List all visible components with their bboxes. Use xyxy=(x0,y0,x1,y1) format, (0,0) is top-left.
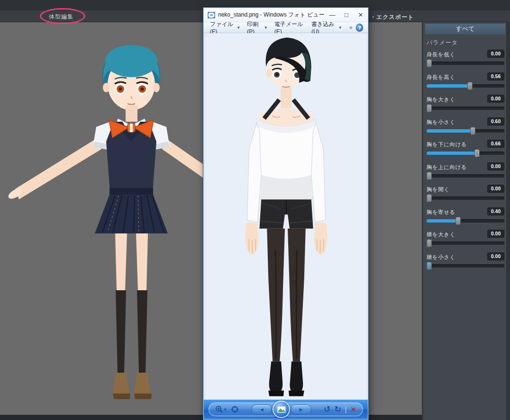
slider-label: 胸を開く xyxy=(427,186,450,193)
slider-handle[interactable] xyxy=(427,172,432,180)
parameter-slider-row: 胸を大きく 0.00 xyxy=(427,94,504,117)
slider-value[interactable]: 0.40 xyxy=(487,207,504,215)
zoom-icon[interactable] xyxy=(215,405,227,413)
slider-value[interactable]: 0.00 xyxy=(487,95,504,103)
category-tab-all[interactable]: すべて xyxy=(425,24,505,34)
previous-image-button[interactable]: ◀ xyxy=(251,404,272,414)
slider-track[interactable] xyxy=(427,241,504,245)
rotate-clockwise-button[interactable]: ↻ xyxy=(335,404,341,414)
menu-item[interactable]: 印刷(P) ▼ xyxy=(244,20,271,35)
slider-fill xyxy=(427,219,458,223)
slider-label: 胸を下に向ける xyxy=(427,141,467,148)
slider-handle[interactable] xyxy=(455,217,461,225)
slider-value[interactable]: 0.60 xyxy=(487,117,504,125)
parameter-slider-row: 身長を低く 0.00 xyxy=(427,49,504,72)
slider-fill xyxy=(427,84,470,88)
slider-label: 胸を大きく xyxy=(427,96,455,103)
photo-viewer-window[interactable]: neko_stand.png - Windows フォト ビューアー — □ ✕… xyxy=(203,7,369,420)
slider-handle[interactable] xyxy=(427,59,432,67)
slider-value[interactable]: 0.00 xyxy=(487,162,504,170)
tab-export-partial[interactable]: ・エクスポート xyxy=(370,13,414,21)
slider-value[interactable]: 0.56 xyxy=(487,72,504,80)
slider-track[interactable] xyxy=(427,107,504,110)
slider-track[interactable] xyxy=(427,219,504,223)
slider-value[interactable]: 0.00 xyxy=(487,252,504,260)
chevron-down-icon: ▼ xyxy=(237,26,240,30)
reference-photo xyxy=(205,33,367,400)
photo-viewer-toolbar: ◀ ▶ ↺ ↻ | ✕ xyxy=(204,400,368,419)
slider-track[interactable] xyxy=(427,197,504,200)
parameter-sidebar: すべて パラメータ 身長を低く 0.00 身長を高く 0.56 胸を大きく 0.… xyxy=(422,22,510,420)
slider-handle[interactable] xyxy=(427,239,432,247)
parameter-slider-row: 胸を寄せる 0.40 xyxy=(427,207,504,230)
play-slideshow-button[interactable] xyxy=(273,401,290,418)
slider-track[interactable] xyxy=(427,174,504,178)
slideshow-icon xyxy=(277,406,286,413)
menu-overflow-chevron[interactable]: » xyxy=(346,24,356,31)
menu-item-label: ファイル(F) xyxy=(210,20,235,35)
rotate-counterclockwise-button[interactable]: ↺ xyxy=(324,404,330,414)
toolbar-pill: ◀ ▶ ↺ ↻ | ✕ xyxy=(209,402,363,416)
slider-fill xyxy=(427,129,473,133)
parameter-slider-row: 胸を上に向ける 0.00 xyxy=(427,162,504,185)
chevron-down-icon: ▼ xyxy=(264,26,268,30)
parameter-slider-row: 腰を小さく 0.00 xyxy=(427,252,504,275)
slider-track[interactable] xyxy=(427,62,504,65)
parameter-slider-row: 胸を小さく 0.60 xyxy=(427,117,504,140)
delete-button[interactable]: ✕ xyxy=(350,405,356,414)
slider-track[interactable] xyxy=(427,84,504,88)
parameter-slider-row: 胸を開く 0.00 xyxy=(427,184,504,207)
slider-handle[interactable] xyxy=(467,82,473,90)
close-button[interactable]: ✕ xyxy=(354,8,368,22)
slider-handle[interactable] xyxy=(470,127,475,135)
actual-size-icon[interactable] xyxy=(231,405,239,413)
menu-item[interactable]: 書き込み(U) ▼ xyxy=(308,20,346,35)
slider-handle[interactable] xyxy=(427,104,432,112)
slider-label: 胸を上に向ける xyxy=(427,164,467,171)
menu-item-label: 電子メール(E) xyxy=(274,20,305,35)
section-title: パラメータ xyxy=(427,39,458,47)
slider-track[interactable] xyxy=(427,152,504,155)
parameter-slider-row: 身長を高く 0.56 xyxy=(427,72,504,95)
slider-label: 胸を寄せる xyxy=(427,209,455,216)
next-image-button[interactable]: ▶ xyxy=(291,404,311,414)
slider-fill xyxy=(427,152,478,155)
slider-list: 身長を低く 0.00 身長を高く 0.56 胸を大きく 0.00 胸を小さく 0… xyxy=(427,49,504,274)
help-icon[interactable]: ? xyxy=(356,24,363,32)
parameter-slider-row: 胸を下に向ける 0.66 xyxy=(427,139,504,162)
slider-handle[interactable] xyxy=(474,149,480,157)
annotation-ellipse xyxy=(40,8,85,24)
slider-label: 身長を高く xyxy=(427,74,455,81)
parameter-slider-row: 腰を大きく 0.00 xyxy=(427,229,504,252)
sidebar-scrollbar[interactable] xyxy=(506,22,510,420)
slider-label: 胸を小さく xyxy=(427,119,455,126)
slider-value[interactable]: 0.66 xyxy=(487,140,504,148)
menu-item[interactable]: 電子メール(E) xyxy=(271,20,308,35)
slider-handle[interactable] xyxy=(427,262,432,270)
photo-viewer-image-area[interactable] xyxy=(204,33,367,400)
menu-item-label: 印刷(P) xyxy=(247,20,262,35)
next-icon: ▶ xyxy=(300,407,303,412)
slider-value[interactable]: 0.00 xyxy=(487,230,504,238)
chevron-down-icon: ▼ xyxy=(338,26,342,30)
slider-track[interactable] xyxy=(427,264,504,268)
slider-handle[interactable] xyxy=(427,194,432,202)
toolbar-divider: | xyxy=(345,406,347,413)
menu-item-label: 書き込み(U) xyxy=(311,20,337,35)
photo-viewer-menubar: » ? ファイル(F) ▼ 印刷(P) ▼ 電子メール(E) 書き込み(U) ▼ xyxy=(204,22,368,33)
slider-track[interactable] xyxy=(427,129,504,133)
slider-label: 腰を小さく xyxy=(427,254,455,261)
slider-value[interactable]: 0.00 xyxy=(487,185,504,193)
window-title: neko_stand.png - Windows フォト ビューアー xyxy=(218,11,325,19)
slider-label: 腰を大きく xyxy=(427,231,455,238)
slider-value[interactable]: 0.00 xyxy=(487,50,504,58)
menu-item[interactable]: ファイル(F) ▼ xyxy=(207,20,244,35)
photo-viewer-icon xyxy=(208,12,215,18)
app-window: 体型編集 ・エクスポート xyxy=(0,0,510,420)
slider-label: 身長を低く xyxy=(427,51,455,58)
previous-icon: ◀ xyxy=(260,407,264,412)
